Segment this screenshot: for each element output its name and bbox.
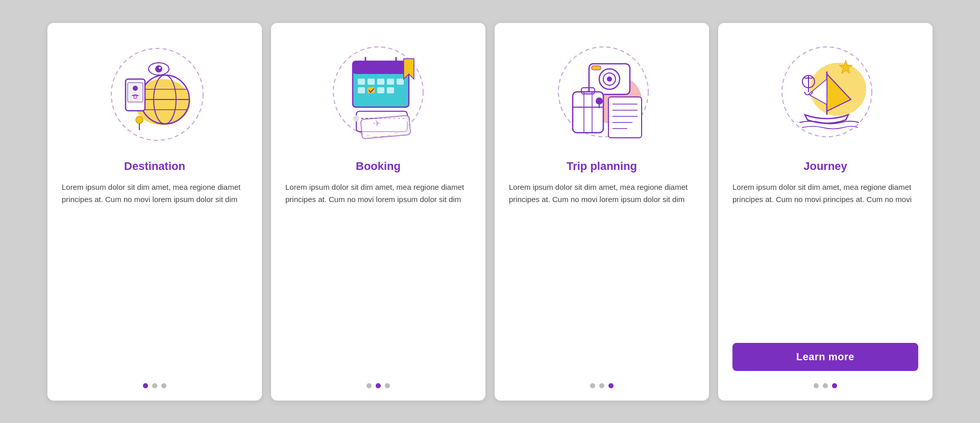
svg-rect-26 xyxy=(358,87,365,93)
journey-title: Journey xyxy=(803,160,847,173)
svg-point-33 xyxy=(353,115,359,121)
svg-point-42 xyxy=(607,77,612,82)
dot-3 xyxy=(608,383,614,388)
svg-point-14 xyxy=(136,116,143,123)
trip-planning-body: Lorem ipsum dolor sit dim amet, mea regi… xyxy=(509,181,695,371)
trip-planning-icon-area xyxy=(546,38,658,151)
booking-body: Lorem ipsum dolor sit dim amet, mea regi… xyxy=(285,181,471,371)
dot-1 xyxy=(814,383,819,388)
cards-container: Destination Lorem ipsum dolor sit dim am… xyxy=(32,8,948,416)
svg-rect-29 xyxy=(387,87,394,93)
svg-rect-18 xyxy=(353,61,409,74)
destination-illustration xyxy=(101,41,208,148)
svg-rect-43 xyxy=(592,66,601,70)
trip-planning-illustration xyxy=(548,41,655,148)
destination-title: Destination xyxy=(124,160,185,173)
dot-1 xyxy=(143,383,148,388)
svg-rect-25 xyxy=(397,79,404,85)
dot-2 xyxy=(823,383,828,388)
svg-point-9 xyxy=(133,86,138,91)
booking-icon-area: ✈ xyxy=(322,38,434,151)
svg-rect-22 xyxy=(368,79,375,85)
dot-1 xyxy=(366,383,372,388)
svg-rect-23 xyxy=(377,79,384,85)
journey-body: Lorem ipsum dolor sit dim amet, mea regi… xyxy=(732,181,918,334)
card-trip-planning: Trip planning Lorem ipsum dolor sit dim … xyxy=(495,23,709,401)
destination-body: Lorem ipsum dolor sit dim amet, mea regi… xyxy=(62,181,248,371)
dot-2 xyxy=(376,383,381,388)
card-booking: ✈ Booking Lorem ipsum dolor sit dim amet… xyxy=(271,23,485,401)
dot-2 xyxy=(599,383,604,388)
dot-3 xyxy=(161,383,166,388)
trip-planning-title: Trip planning xyxy=(567,160,637,173)
svg-point-13 xyxy=(159,67,161,69)
card-destination: Destination Lorem ipsum dolor sit dim am… xyxy=(47,23,262,401)
dot-3 xyxy=(385,383,390,388)
svg-rect-21 xyxy=(358,79,365,85)
svg-rect-28 xyxy=(377,87,384,93)
svg-point-49 xyxy=(596,97,603,105)
booking-dots xyxy=(366,383,390,388)
destination-icon-area xyxy=(99,38,211,151)
booking-illustration: ✈ xyxy=(325,41,432,148)
dot-1 xyxy=(590,383,595,388)
booking-title: Booking xyxy=(356,160,401,173)
journey-icon-area xyxy=(769,38,881,151)
card-journey: Journey Lorem ipsum dolor sit dim amet, … xyxy=(718,23,933,401)
dot-3 xyxy=(832,383,837,388)
journey-dots xyxy=(814,383,837,388)
svg-rect-36 xyxy=(360,115,410,138)
svg-rect-8 xyxy=(128,83,143,102)
svg-point-12 xyxy=(155,65,162,72)
svg-rect-50 xyxy=(608,97,642,138)
svg-rect-24 xyxy=(387,79,394,85)
destination-dots xyxy=(143,383,166,388)
trip-planning-dots xyxy=(590,383,614,388)
learn-more-button[interactable]: Learn more xyxy=(732,343,918,371)
dot-2 xyxy=(152,383,157,388)
journey-illustration xyxy=(772,41,879,148)
